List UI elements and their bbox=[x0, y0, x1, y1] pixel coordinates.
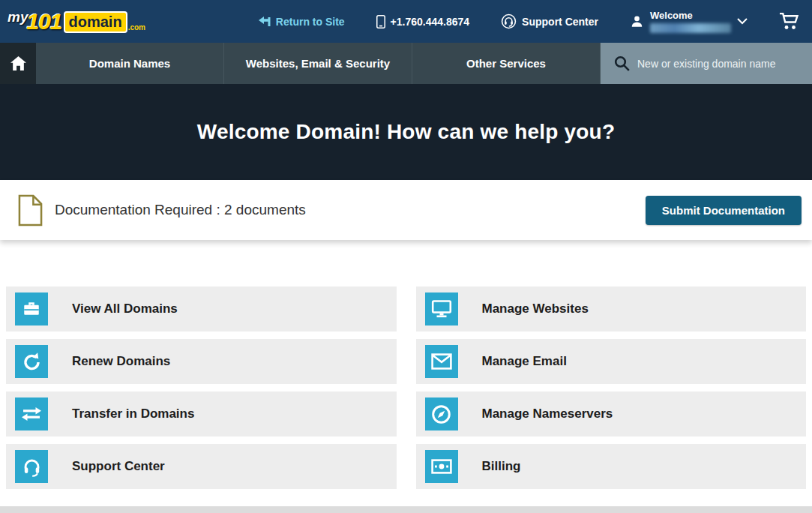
user-icon bbox=[630, 14, 644, 28]
support-headset-icon bbox=[501, 14, 517, 29]
quick-links-section: View All Domains Renew Domains bbox=[0, 240, 812, 489]
welcome-block: Welcome bbox=[650, 10, 731, 33]
quick-links-left-column: View All Domains Renew Domains bbox=[6, 286, 397, 489]
manage-websites-link[interactable]: Manage Websites bbox=[416, 286, 807, 332]
phone-number: +1.760.444.8674 bbox=[391, 16, 470, 28]
envelope-icon bbox=[425, 345, 458, 378]
domain-search-input[interactable] bbox=[637, 58, 802, 70]
quick-link-label: Transfer in Domains bbox=[72, 406, 194, 422]
quick-link-label: Billing bbox=[482, 459, 521, 474]
manage-email-link[interactable]: Manage Email bbox=[416, 339, 807, 384]
hero-title: Welcome Domain! How can we help you? bbox=[197, 120, 615, 144]
transfer-in-domains-link[interactable]: Transfer in Domains bbox=[6, 392, 397, 436]
phone-link[interactable]: +1.760.444.8674 bbox=[376, 15, 470, 28]
tab-domain-names[interactable]: Domain Names bbox=[36, 43, 224, 84]
chevron-down-icon bbox=[737, 18, 748, 25]
view-all-domains-link[interactable]: View All Domains bbox=[6, 286, 397, 332]
support-center-quick-link[interactable]: Support Center bbox=[6, 444, 397, 489]
submit-documentation-button[interactable]: Submit Documentation bbox=[646, 196, 802, 225]
logo[interactable]: my 101 domain .com bbox=[7, 10, 145, 33]
cart-button[interactable] bbox=[779, 13, 800, 31]
tab-label: Websites, Email & Security bbox=[246, 57, 390, 70]
home-button[interactable] bbox=[0, 43, 36, 84]
domain-search bbox=[601, 43, 812, 84]
return-to-site-label: Return to Site bbox=[276, 16, 345, 28]
renew-domains-link[interactable]: Renew Domains bbox=[6, 339, 397, 384]
briefcase-icon bbox=[15, 292, 48, 326]
notification-text: Documentation Required : 2 documents bbox=[55, 202, 306, 218]
quick-links-right-column: Manage Websites Manage Email bbox=[416, 286, 807, 489]
hero-banner: Welcome Domain! How can we help you? bbox=[0, 84, 812, 180]
manage-nameservers-link[interactable]: Manage Nameservers bbox=[416, 392, 807, 436]
cart-icon bbox=[779, 13, 800, 31]
support-center-label: Support Center bbox=[522, 16, 598, 28]
topbar: my 101 domain .com Return to Site +1.760… bbox=[0, 0, 812, 43]
tab-other-services[interactable]: Other Services bbox=[412, 43, 601, 84]
quick-link-label: View All Domains bbox=[72, 302, 178, 316]
welcome-label: Welcome bbox=[650, 10, 731, 21]
tab-websites-email-security[interactable]: Websites, Email & Security bbox=[224, 43, 412, 84]
return-to-site-link[interactable]: Return to Site bbox=[259, 16, 345, 28]
support-center-link[interactable]: Support Center bbox=[501, 14, 598, 29]
topbar-links: Return to Site +1.760.444.8674 Support C… bbox=[259, 10, 800, 33]
mobile-phone-icon bbox=[376, 15, 385, 28]
search-icon bbox=[614, 56, 630, 71]
transfer-arrows-icon bbox=[15, 398, 48, 430]
headset-icon bbox=[15, 450, 48, 483]
quick-link-label: Manage Email bbox=[482, 354, 567, 369]
logo-com: .com bbox=[128, 24, 145, 32]
footer-strip bbox=[0, 506, 812, 513]
tab-label: Domain Names bbox=[89, 57, 170, 70]
renew-icon bbox=[15, 345, 48, 378]
documentation-notification: Documentation Required : 2 documents Sub… bbox=[0, 180, 812, 240]
banknote-icon bbox=[425, 450, 458, 483]
logo-domain: domain bbox=[64, 11, 127, 33]
tab-label: Other Services bbox=[466, 57, 546, 70]
document-icon bbox=[18, 194, 43, 226]
account-menu[interactable]: Welcome bbox=[630, 10, 748, 33]
main-nav: Domain Names Websites, Email & Security … bbox=[0, 43, 812, 84]
compass-icon bbox=[425, 398, 458, 430]
logo-my: my bbox=[7, 10, 28, 24]
redacted-username bbox=[650, 23, 731, 33]
logo-101: 101 bbox=[26, 10, 61, 33]
quick-link-label: Renew Domains bbox=[72, 354, 170, 369]
quick-link-label: Manage Websites bbox=[482, 302, 589, 316]
home-icon bbox=[10, 56, 26, 70]
quick-link-label: Manage Nameservers bbox=[482, 406, 613, 422]
return-arrow-icon bbox=[259, 16, 271, 27]
quick-link-label: Support Center bbox=[72, 459, 165, 474]
monitor-icon bbox=[425, 292, 458, 326]
billing-link[interactable]: Billing bbox=[416, 444, 807, 489]
